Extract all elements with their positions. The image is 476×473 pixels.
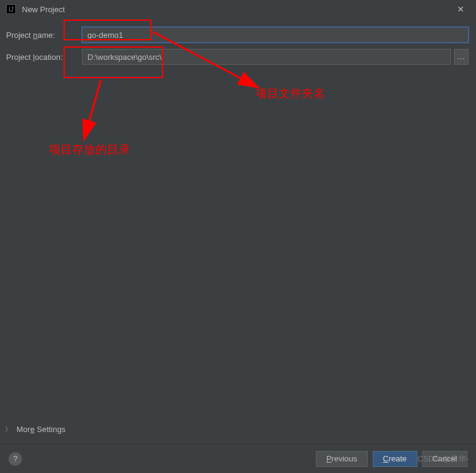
chevron-right-icon: 〉 [5, 425, 12, 434]
project-location-input[interactable] [82, 49, 451, 65]
project-location-label: Project location: [5, 53, 82, 62]
annotation-text-dir: 项目存放的目录 [49, 142, 130, 158]
previous-button[interactable]: Previous [316, 451, 368, 467]
project-name-label: Project name: [5, 31, 82, 40]
annotation-text-folder: 项目文件夹名 [255, 86, 325, 101]
more-settings-label: More Settings [16, 425, 65, 434]
create-button[interactable]: Create [373, 451, 417, 467]
svg-line-3 [84, 80, 101, 138]
close-icon[interactable]: ✕ [452, 0, 470, 18]
help-icon[interactable]: ? [9, 452, 22, 466]
project-name-input[interactable] [82, 27, 469, 43]
more-settings-toggle[interactable]: 〉 More Settings [5, 422, 65, 436]
browse-button[interactable]: ... [454, 49, 469, 65]
window-title: New Project [22, 5, 452, 14]
annotation-arrow-2 [73, 77, 116, 144]
cancel-button[interactable]: Cancel [422, 451, 467, 467]
app-icon: IJ [6, 4, 16, 14]
